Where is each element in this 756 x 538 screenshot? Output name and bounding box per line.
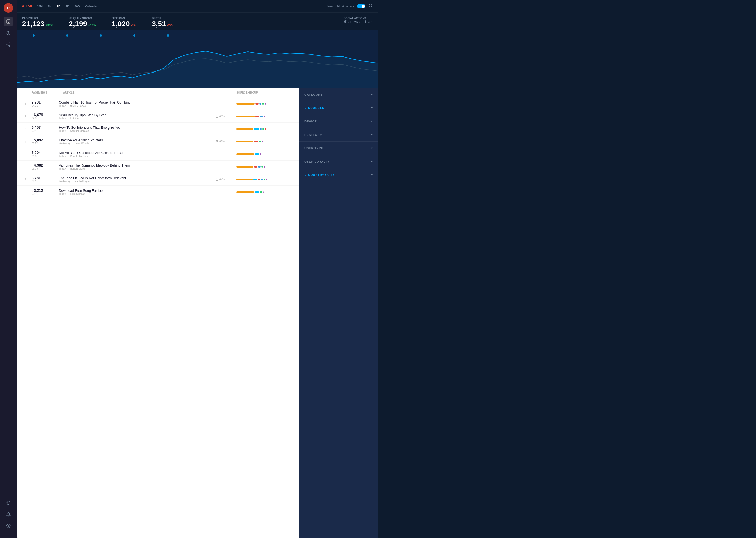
article-title[interactable]: Sedu Beauty Tips Step By Step: [59, 113, 210, 117]
table-row[interactable]: 2 ↑6,679 02:39 Sedu Beauty Tips Step By …: [17, 110, 299, 123]
time-30d[interactable]: 30D: [74, 4, 80, 9]
pageviews-value: 3,781: [31, 176, 41, 180]
source-bar: [236, 128, 253, 130]
article-title[interactable]: Download Free Song For Ipod: [59, 188, 210, 192]
live-dot: [22, 5, 24, 7]
row-source-bars: [236, 128, 294, 130]
article-title[interactable]: Vampires The Romantic Ideology Behind Th…: [59, 163, 210, 167]
source-bar: [258, 166, 261, 168]
source-bar: [263, 116, 265, 117]
table-row[interactable]: 8 ↓3,212 03:19 Download Free Song For Ip…: [17, 186, 299, 198]
row-article: Sedu Beauty Tips Step By Step Today Erik…: [59, 113, 210, 120]
article-date: Today: [59, 117, 66, 120]
row-pageviews: ↑4,982 06:37: [31, 163, 54, 170]
article-title[interactable]: Combing Hair 10 Tips For Proper Hair Com…: [59, 100, 210, 104]
filter-user-type[interactable]: USER TYPE ▾: [299, 141, 378, 155]
time-calendar[interactable]: Calendar ▾: [84, 4, 100, 9]
sidebar-item-share[interactable]: [4, 40, 13, 49]
photo-pct: 47%: [215, 178, 231, 181]
svg-point-10: [216, 116, 217, 116]
table-row[interactable]: 4 ↓5,092 02:54 Effective Advertising Poi…: [17, 135, 299, 148]
time-1h[interactable]: 1H: [47, 4, 52, 9]
table-row[interactable]: 6 ↑4,982 06:37 Vampires The Romantic Ide…: [17, 161, 299, 173]
row-source-bars: [236, 103, 294, 105]
table-row[interactable]: 3 6,457 03:48 How To Set Intentions That…: [17, 123, 299, 135]
svg-point-2: [9, 43, 10, 44]
article-author: Hilda Chavez: [70, 104, 86, 107]
stat-depth-value: 3,51-22%: [152, 20, 174, 27]
article-author: Robert Lloyd: [70, 167, 85, 170]
row-pageviews: 7,231 04:12: [31, 100, 54, 107]
stat-social-label: Social actions: [344, 17, 373, 20]
filter-platform[interactable]: PLATFORM ▾: [299, 128, 378, 141]
article-meta: Today Ronald McDaniel: [59, 155, 210, 158]
filter-check-icon: ✓: [305, 173, 307, 177]
source-bar: [254, 166, 257, 168]
row-pageviews: ↓3,212 03:19: [31, 188, 54, 195]
trend-icon: ↓: [31, 189, 33, 192]
read-time: 01:30: [31, 155, 54, 158]
time-10m[interactable]: 10M: [36, 4, 43, 9]
filter-device[interactable]: DEVICE ▾: [299, 115, 378, 128]
svg-point-6: [8, 525, 9, 527]
sidebar-item-globe[interactable]: [4, 498, 13, 508]
trend-icon: ↓: [31, 139, 33, 141]
row-pageviews: ↓5,092 02:54: [31, 138, 54, 145]
chevron-down-icon: ▾: [371, 106, 373, 110]
article-author: Ronald McDaniel: [70, 155, 90, 158]
source-bar: [258, 179, 260, 180]
row-source-bars: [236, 116, 294, 117]
time-7d[interactable]: 7D: [65, 4, 70, 9]
filter-label: COUNTRY / CITY: [308, 173, 335, 177]
article-title[interactable]: The Idea Of God Is Not Henceforth Releva…: [59, 176, 210, 180]
article-meta: Yesterday Rachel Bryant: [59, 180, 210, 183]
article-title[interactable]: How To Set Intentions That Energize You: [59, 126, 210, 130]
filter-sources[interactable]: ✓ SOURCES ▾: [299, 101, 378, 115]
source-bar: [261, 179, 263, 180]
article-title[interactable]: Not All Blank Cassettes Are Created Equa…: [59, 151, 210, 155]
read-time: 06:37: [31, 167, 54, 170]
pageviews-value: 3,212: [34, 188, 43, 192]
source-bar: [260, 103, 261, 105]
sidebar-item-home[interactable]: [4, 28, 13, 38]
avatar[interactable]: R: [4, 3, 13, 13]
sidebar-item-bell[interactable]: [4, 510, 13, 519]
col-source-header: Source group: [236, 91, 294, 94]
source-bar: [265, 128, 266, 130]
read-time: 02:54: [31, 142, 54, 145]
table-body: 1 7,231 04:12 Combing Hair 10 Tips For P…: [17, 97, 299, 198]
row-article: The Idea Of God Is Not Henceforth Releva…: [59, 176, 210, 183]
table-row[interactable]: 5 5,004 01:30 Not All Blank Cassettes Ar…: [17, 148, 299, 161]
filter-country-/-city[interactable]: ✓ COUNTRY / CITY ▾: [299, 168, 378, 182]
pageviews-value: 5,092: [34, 138, 43, 142]
chevron-down-icon: ▾: [371, 120, 373, 123]
table-row[interactable]: 1 7,231 04:12 Combing Hair 10 Tips For P…: [17, 97, 299, 110]
table-row[interactable]: 7 3,781 02:15 The Idea Of God Is Not Hen…: [17, 173, 299, 186]
table-header: Pageviews Article Source group: [17, 88, 299, 97]
row-number: 7: [22, 178, 26, 181]
article-meta: Today Hilda Chavez: [59, 104, 210, 107]
row-source-bars: [236, 166, 294, 168]
row-source-bars: [236, 179, 294, 180]
svg-point-3: [7, 44, 8, 45]
pageviews-value: 6,457: [31, 125, 41, 130]
stat-pageviews-label: Pageviews: [22, 17, 53, 20]
source-bar: [266, 179, 267, 180]
pageviews-value: 5,004: [31, 150, 41, 155]
article-title[interactable]: Effective Advertising Pointers: [59, 138, 210, 142]
time-1d[interactable]: 1D: [56, 4, 61, 9]
new-pub-toggle[interactable]: [357, 4, 365, 8]
chevron-down-icon: ▾: [371, 146, 373, 150]
source-bar: [254, 141, 258, 142]
row-article: Effective Advertising Pointers Yesterday…: [59, 138, 210, 145]
chart-cursor: [241, 30, 241, 88]
sidebar-item-settings[interactable]: [4, 521, 13, 531]
source-bar: [256, 103, 259, 105]
sidebar-item-document[interactable]: [4, 17, 13, 26]
filter-category[interactable]: CATEGORY ▾: [299, 88, 378, 101]
search-icon[interactable]: [368, 4, 373, 9]
filter-user-loyalty[interactable]: USER LOYALTY ▾: [299, 155, 378, 168]
article-date: Today: [59, 155, 66, 158]
source-bar: [262, 128, 264, 130]
row-number: 2: [22, 115, 26, 118]
